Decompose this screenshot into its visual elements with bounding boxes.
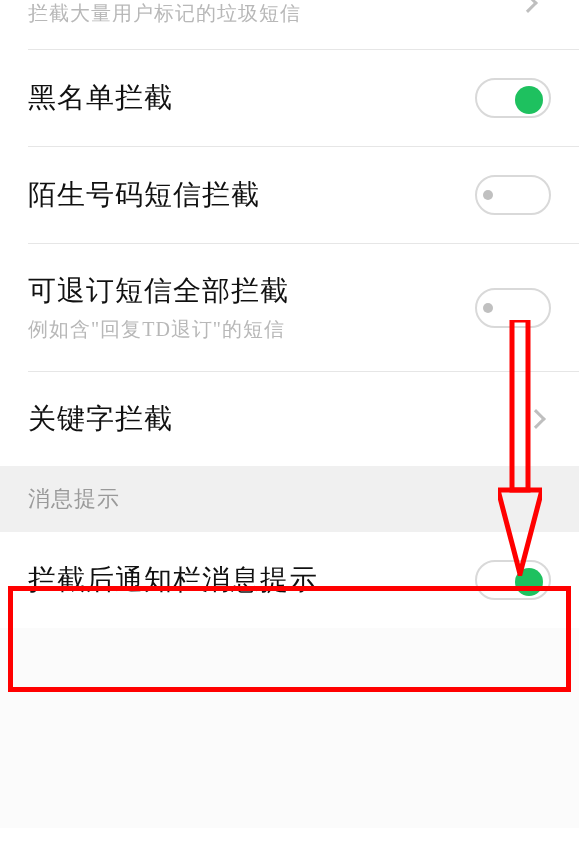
toggle-notify[interactable] [475,560,551,600]
chevron-right-icon [526,409,546,429]
setting-item-notify[interactable]: 拦截后通知栏消息提示 [0,532,579,628]
toggle-knob [515,568,543,596]
item-text: 关键字拦截 [28,400,173,438]
setting-item-spam[interactable]: 拦截大量用户标记的垃圾短信 [0,0,579,49]
setting-item-blacklist[interactable]: 黑名单拦截 [0,50,579,146]
toggle-knob [515,86,543,114]
item-title: 陌生号码短信拦截 [28,176,260,214]
setting-item-keyword[interactable]: 关键字拦截 [0,372,579,466]
item-title: 拦截后通知栏消息提示 [28,561,318,599]
toggle-unsubscribe[interactable] [475,288,551,328]
setting-item-stranger[interactable]: 陌生号码短信拦截 [0,147,579,243]
chevron-right-icon [518,0,538,13]
item-text: 可退订短信全部拦截 例如含"回复TD退订"的短信 [28,272,289,343]
toggle-knob [483,190,493,200]
item-text: 拦截后通知栏消息提示 [28,561,318,599]
item-title: 黑名单拦截 [28,79,173,117]
bottom-space [0,628,579,828]
section-header-notifications: 消息提示 [0,466,579,532]
item-text: 拦截大量用户标记的垃圾短信 [28,0,301,27]
item-text: 黑名单拦截 [28,79,173,117]
setting-item-unsubscribe[interactable]: 可退订短信全部拦截 例如含"回复TD退订"的短信 [0,244,579,371]
item-subtitle: 拦截大量用户标记的垃圾短信 [28,0,301,27]
toggle-stranger[interactable] [475,175,551,215]
item-text: 陌生号码短信拦截 [28,176,260,214]
item-subtitle: 例如含"回复TD退订"的短信 [28,316,289,343]
settings-list: 拦截大量用户标记的垃圾短信 黑名单拦截 陌生号码短信拦截 可退订短信全部拦截 例… [0,0,579,828]
item-title: 可退订短信全部拦截 [28,272,289,310]
toggle-blacklist[interactable] [475,78,551,118]
toggle-knob [483,303,493,313]
item-title: 关键字拦截 [28,400,173,438]
